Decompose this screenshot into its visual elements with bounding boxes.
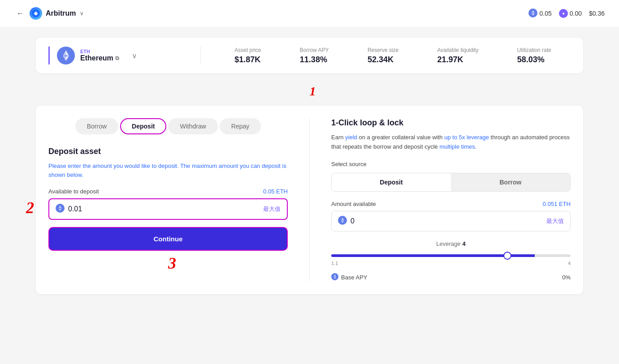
svg-point-1: [528, 9, 537, 17]
slider-max-label: 4: [568, 261, 571, 266]
eth-balance-value: 0.05: [539, 10, 551, 17]
stat-value-asset-price: $1.87K: [234, 55, 261, 64]
available-label: Available to deposit: [48, 188, 99, 195]
star-icon: ✦: [559, 9, 568, 18]
source-borrow-btn[interactable]: Borrow: [451, 173, 570, 191]
action-panel: Borrow Deposit Withdraw Repay Deposit as…: [36, 106, 583, 294]
header: ← Arbitrum ∨ 0.05 ✦: [0, 0, 619, 27]
loop-max-button[interactable]: 最大值: [546, 217, 564, 225]
panel-divider: [309, 118, 310, 282]
network-chevron[interactable]: ∨: [80, 10, 84, 17]
stat-reserve-size: Reserve size 52.34K: [368, 47, 398, 64]
base-apy-value: 0%: [562, 274, 571, 281]
asset-stats: Asset price $1.87K Borrow APY 11.38% Res…: [201, 47, 571, 64]
stat-label-borrow-apy: Borrow APY: [300, 47, 329, 53]
tab-repay[interactable]: Repay: [220, 118, 261, 134]
highlight-multiple: multiple times: [439, 143, 475, 150]
asset-main: ETH Ethereum ⧉ ∨: [48, 47, 201, 64]
continue-button[interactable]: Continue: [48, 227, 288, 251]
highlight-leverage: up to 5x leverage: [444, 134, 489, 141]
base-apy-left: Base APY: [331, 273, 368, 282]
asset-full-name: Ethereum ⧉: [80, 54, 119, 62]
annotation-2: 2: [26, 198, 34, 217]
deposit-amount-input[interactable]: [68, 205, 260, 213]
input-wrapper-container: 2: [48, 198, 288, 220]
eth-icon: [528, 9, 537, 19]
select-source-label: Select source: [331, 161, 571, 167]
stat-label-asset-price: Asset price: [234, 47, 261, 53]
leverage-slider[interactable]: [331, 254, 571, 257]
tabs-row: Borrow Deposit Withdraw Repay: [48, 118, 288, 134]
tab-deposit[interactable]: Deposit: [120, 118, 166, 134]
stat-available-liquidity: Available liquidity 21.97K: [437, 47, 479, 64]
usd-balance: $0.36: [589, 10, 605, 17]
slider-min-label: 1.1: [331, 261, 338, 266]
deposit-panel: Deposit asset Please enter the amount yo…: [48, 147, 288, 251]
annotation-3: 3: [168, 254, 176, 273]
back-button[interactable]: ←: [14, 9, 26, 18]
asset-ticker: ETH: [80, 49, 119, 54]
stat-label-available-liquidity: Available liquidity: [437, 47, 479, 53]
leverage-row: Leverage 4: [331, 240, 571, 247]
left-panel: Borrow Deposit Withdraw Repay Deposit as…: [48, 118, 288, 282]
available-row: Available to deposit 0.05 ETH: [48, 188, 288, 195]
network-name: Arbitrum: [46, 9, 76, 17]
base-apy-row: Base APY 0%: [331, 273, 571, 282]
stat-borrow-apy: Borrow APY 11.38%: [300, 47, 329, 64]
available-amount: 0.05 ETH: [263, 188, 288, 195]
eth-logo: [57, 47, 75, 64]
asset-dropdown[interactable]: ∨: [132, 51, 137, 60]
amount-available-row: Amount available 0.051 ETH: [331, 201, 571, 207]
star-balance: ✦ 0.00: [559, 9, 582, 18]
deposit-input-area: Available to deposit 0.05 ETH 2: [48, 188, 288, 220]
base-apy-label: Base APY: [341, 274, 368, 281]
stat-asset-price: Asset price $1.87K: [234, 47, 261, 64]
stat-label-utilization-rate: Utilization rate: [517, 47, 551, 53]
annotation-1-area: 1: [36, 82, 583, 106]
external-link-icon[interactable]: ⧉: [115, 55, 119, 61]
source-deposit-btn[interactable]: Deposit: [332, 173, 451, 191]
amount-available-value: 0.051 ETH: [543, 201, 571, 207]
deposit-input-wrapper: 最大值: [48, 198, 288, 220]
main-content: ETH Ethereum ⧉ ∨ Asset price $1.87K Borr…: [0, 27, 619, 305]
stat-value-reserve-size: 52.34K: [368, 55, 398, 64]
header-right: 0.05 ✦ 0.00 $0.36: [528, 9, 605, 19]
source-toggle: Deposit Borrow: [331, 173, 571, 192]
loop-title: 1-Click loop & lock: [331, 118, 571, 128]
loop-description: Earn yield on a greater collateral value…: [331, 133, 571, 152]
highlight-yield: yield: [345, 134, 357, 141]
stat-value-utilization-rate: 58.03%: [517, 55, 551, 64]
loop-panel: 1-Click loop & lock Earn yield on a grea…: [331, 118, 571, 282]
leverage-value: 4: [462, 240, 465, 247]
stat-label-reserve-size: Reserve size: [368, 47, 398, 53]
svg-point-22: [331, 273, 338, 280]
header-left: ← Arbitrum ∨: [14, 7, 84, 20]
asset-card: ETH Ethereum ⧉ ∨ Asset price $1.87K Borr…: [36, 38, 583, 73]
svg-point-17: [338, 216, 347, 225]
network-logo: [30, 7, 42, 20]
star-balance-value: 0.00: [570, 10, 582, 17]
continue-wrapper: Continue 3: [48, 227, 288, 251]
stat-utilization-rate: Utilization rate 58.03%: [517, 47, 551, 64]
loop-amount-input[interactable]: [351, 217, 543, 225]
deposit-desc-text: Please enter the amount you would like t…: [48, 163, 286, 178]
annotation-1: 1: [310, 84, 316, 98]
deposit-title: Deposit asset: [48, 147, 288, 156]
deposit-max-button[interactable]: 最大值: [263, 205, 281, 213]
asset-name-block: ETH Ethereum ⧉: [80, 49, 119, 62]
deposit-description: Please enter the amount you would like t…: [48, 162, 288, 179]
tab-borrow[interactable]: Borrow: [75, 118, 118, 134]
tab-withdraw[interactable]: Withdraw: [168, 118, 217, 134]
stat-value-borrow-apy: 11.38%: [300, 55, 329, 64]
svg-point-12: [56, 204, 65, 213]
eth-balance: 0.05: [528, 9, 551, 19]
slider-container: 1.1 4: [331, 251, 571, 266]
stat-value-available-liquidity: 21.97K: [437, 55, 479, 64]
eth-icon-input: [56, 204, 65, 214]
eth-icon-loop: [338, 216, 347, 227]
leverage-label: Leverage: [436, 240, 460, 247]
loop-input-wrapper: 最大值: [331, 211, 571, 231]
amount-available-label: Amount available: [331, 201, 376, 207]
eth-icon-apy: [331, 273, 338, 282]
